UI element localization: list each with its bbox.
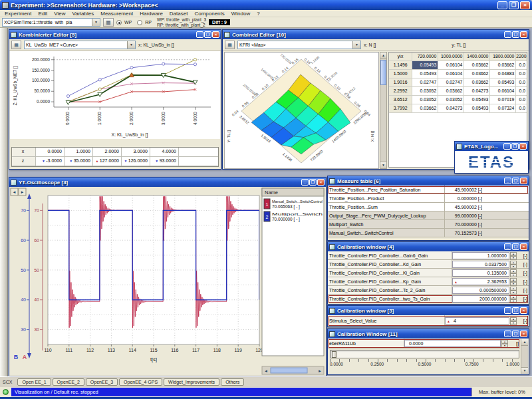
spin-down-icon[interactable]: ▼ bbox=[510, 321, 517, 325]
maximize-button[interactable]: ❐ bbox=[512, 331, 519, 337]
map-value-cell[interactable]: 0.0 bbox=[516, 78, 527, 86]
menu-measurement[interactable]: Measurement bbox=[97, 11, 136, 17]
experiment-tab[interactable]: OpenEE_4 GPS bbox=[119, 378, 162, 386]
stimulus-value-field[interactable]: ▲ 4 bbox=[445, 317, 509, 325]
experiment-tab[interactable]: OpenEE_2 bbox=[53, 378, 84, 386]
close-button[interactable]: × bbox=[520, 243, 527, 250]
spin-down-icon[interactable]: ▼ bbox=[510, 291, 517, 295]
menu-edit[interactable]: Edit bbox=[35, 11, 51, 17]
calibration-value-field[interactable]: 0.135000 bbox=[452, 269, 509, 277]
wp-radio[interactable] bbox=[116, 20, 122, 25]
spin-down-icon[interactable]: ▼ bbox=[501, 344, 508, 348]
measure-table-titlebar[interactable]: Measure table [6] _ ❐ × bbox=[328, 176, 529, 186]
calibration-value-field[interactable]: 2000.000000 bbox=[452, 295, 509, 303]
experiment-tab[interactable]: Others bbox=[221, 378, 244, 386]
spin-down-icon[interactable]: ▼ bbox=[510, 265, 517, 269]
stimulus-spinner[interactable]: ▲▼ bbox=[510, 317, 517, 325]
calibration-11-titlebar[interactable]: Calibration Window [11] _ ❐ × bbox=[328, 329, 529, 338]
close-button[interactable]: × bbox=[520, 331, 527, 337]
map-value-cell[interactable]: 0.03662 bbox=[438, 87, 464, 95]
value-slider[interactable]: 0.00000.25000.50000.75001.0000 bbox=[330, 350, 519, 372]
close-button[interactable]: × bbox=[520, 307, 527, 314]
measure-row[interactable]: Output_Stage...Perc_PWM_Dutycycle_Lookup… bbox=[328, 211, 529, 220]
close-button[interactable]: × bbox=[317, 179, 325, 186]
menu-variables[interactable]: Variables bbox=[68, 11, 97, 17]
experiment-tab[interactable]: Open EE_1 bbox=[17, 378, 51, 386]
z-value-cell[interactable]: ▼ 93.0000 bbox=[150, 157, 179, 166]
map-value-cell[interactable]: 0.06104 bbox=[490, 87, 516, 95]
oscilloscope-plot[interactable]: ◄►30405060703040506070110111112113114115… bbox=[9, 188, 326, 376]
rp-radio[interactable] bbox=[137, 20, 142, 25]
map-value-cell[interactable]: 0.03662 bbox=[464, 78, 490, 86]
map-value-cell[interactable]: 0.03052 bbox=[412, 87, 438, 95]
calibration-value-field[interactable]: 0.000500000 bbox=[452, 287, 509, 294]
map-value-cell[interactable]: 0.05493 bbox=[464, 96, 490, 104]
close-button[interactable]: × bbox=[520, 1, 530, 9]
slider-track[interactable] bbox=[330, 350, 519, 358]
spin-down-icon[interactable]: ▼ bbox=[510, 273, 517, 277]
map-value-cell[interactable]: 0.03662 bbox=[464, 61, 490, 69]
chevron-down-icon[interactable]: ▼ bbox=[127, 41, 135, 49]
menu-dataset[interactable]: Dataset bbox=[166, 11, 192, 17]
map-value-cell[interactable]: 0.05493 bbox=[412, 70, 438, 78]
x-breakpoint-cell[interactable]: 3.0000 bbox=[122, 148, 150, 156]
kombinierter-editor-titlebar[interactable]: Kombinierter Editor [5] _ ❐ × bbox=[9, 30, 221, 39]
map-value-cell[interactable]: 0.03662 bbox=[412, 104, 438, 112]
scrollbar-thumb[interactable] bbox=[271, 368, 307, 373]
map-scrollbar[interactable]: ▲ ▼ bbox=[380, 52, 387, 169]
value-spinner[interactable]: ▲▼ bbox=[510, 287, 517, 294]
measure-row[interactable]: Manual_Switch...SwitchControl70.152573 [… bbox=[328, 229, 529, 237]
map-value-cell[interactable]: 0.0 bbox=[516, 96, 527, 104]
menu-view[interactable]: View bbox=[51, 11, 68, 17]
measure-row[interactable]: Throttle_Position...Perc_Position_Satura… bbox=[328, 186, 529, 194]
value-spinner[interactable]: ▲▼ bbox=[510, 252, 517, 259]
minimize-button[interactable]: _ bbox=[504, 331, 511, 337]
map-value-cell[interactable]: 0.02747 bbox=[412, 78, 438, 86]
menu-components[interactable]: Components bbox=[191, 11, 227, 17]
minimize-button[interactable]: _ bbox=[503, 143, 511, 150]
value-spinner[interactable]: ▲▼ bbox=[510, 269, 517, 277]
map-value-cell[interactable]: 0.04273 bbox=[464, 87, 490, 95]
x-breakpoint-cell[interactable]: 4.0000 bbox=[150, 148, 179, 156]
close-button[interactable]: × bbox=[212, 31, 219, 38]
surface-plot-area[interactable]: 0.040.040.060.060.080.080.100.100.120.12… bbox=[224, 52, 379, 169]
map-value-cell[interactable]: 0.04273 bbox=[438, 104, 464, 112]
oscilloscope-titlebar[interactable]: YT-Oscilloscope [3] _ ❐ × bbox=[9, 178, 326, 187]
value-spinner[interactable]: ▲▼ bbox=[510, 278, 517, 285]
maximize-button[interactable]: ❐ bbox=[309, 179, 317, 186]
map-value-cell[interactable]: 0.06104 bbox=[438, 70, 464, 78]
device-config-button[interactable]: ▦ bbox=[103, 18, 114, 27]
map-value-cell[interactable]: 0.0 bbox=[516, 61, 527, 69]
calibration-11-scrollbar[interactable]: ▲ ▼ bbox=[521, 339, 528, 374]
map-value-cell[interactable]: 0.05493 bbox=[464, 104, 490, 112]
minimize-button[interactable]: _ bbox=[504, 307, 511, 314]
map-value-cell[interactable]: 0.07019 bbox=[490, 96, 516, 104]
map-value-cell[interactable]: 0.0 bbox=[516, 70, 527, 78]
minimize-button[interactable]: _ bbox=[497, 1, 507, 9]
spin-down-icon[interactable]: ▼ bbox=[510, 282, 517, 286]
z-value-cell[interactable]: ▼ -3.0000 bbox=[36, 157, 65, 166]
etas-window-titlebar[interactable]: ETAS_Logo... _ ❐ × bbox=[455, 142, 528, 151]
map-value-cell[interactable]: 0.02747 bbox=[438, 78, 464, 86]
chevron-down-icon[interactable]: ▼ bbox=[92, 19, 100, 26]
x-breakpoint-cell[interactable]: 2.0000 bbox=[93, 148, 122, 156]
map-value-cell[interactable]: 0.05493 bbox=[412, 61, 438, 69]
table-view-icon[interactable]: ▦ bbox=[11, 41, 21, 49]
minimize-button[interactable]: _ bbox=[301, 179, 309, 186]
maximize-button[interactable]: ❐ bbox=[511, 143, 519, 150]
chevron-down-icon[interactable]: ▼ bbox=[352, 41, 360, 49]
table-view-icon[interactable]: ▦ bbox=[225, 41, 235, 49]
close-button[interactable]: × bbox=[519, 143, 527, 150]
z-value-cell[interactable]: ▼ 126.0000 bbox=[122, 157, 150, 166]
curve-chart[interactable]: 0.000050.0000100.0000150.0000200.00000.0… bbox=[10, 51, 220, 139]
close-button[interactable]: × bbox=[520, 178, 527, 184]
calibration-value-field[interactable]: 1.000000 bbox=[452, 252, 509, 259]
device-dropdown[interactable]: XCPSimTime:1::throttle_with_pla ▼ bbox=[2, 18, 100, 27]
map-value-cell[interactable]: 0.03052 bbox=[412, 96, 438, 104]
map-value-cell[interactable]: 0.0 bbox=[516, 87, 527, 95]
scroll-up-icon[interactable]: ▲ bbox=[380, 53, 386, 59]
calibration-value-field[interactable]: 0.0337500 bbox=[452, 261, 509, 268]
maximize-button[interactable]: ❐ bbox=[512, 307, 519, 314]
slider-value-field[interactable]: 0.0000 bbox=[404, 340, 501, 347]
value-spinner[interactable]: ▲▼ bbox=[510, 261, 517, 268]
